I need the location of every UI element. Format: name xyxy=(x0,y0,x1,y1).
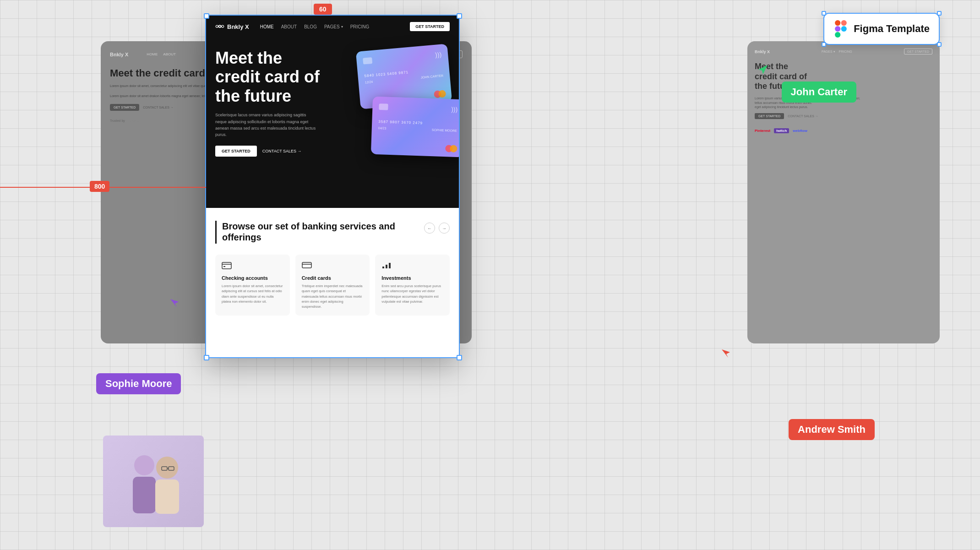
svg-rect-12 xyxy=(133,477,156,513)
service-credit-cards: Credit cards Tristique enim imperdiet ne… xyxy=(295,255,370,316)
svg-point-10 xyxy=(841,26,847,32)
service-checking-accounts: Checking accounts Lorem ipsum dolor sit … xyxy=(215,255,290,316)
svg-rect-3 xyxy=(382,267,384,268)
bg-nav-home: HOME xyxy=(147,52,158,56)
bg-btn-primary[interactable]: GET STARTED xyxy=(110,104,139,111)
main-get-started-btn[interactable]: GET STARTED xyxy=(410,22,450,31)
main-hero-content: Meet the credit card of the future Scele… xyxy=(206,38,459,157)
main-hero-get-started[interactable]: GET STARTED xyxy=(215,146,257,157)
selection-handle-br xyxy=(457,355,462,360)
send-cursor-icon xyxy=(757,63,769,78)
services-grid: Checking accounts Lorem ipsum dolor sit … xyxy=(215,255,450,316)
svg-rect-9 xyxy=(835,32,840,38)
selection-handle-tl xyxy=(204,13,209,19)
selection-handle-bl xyxy=(204,355,209,360)
main-design-card: Bnkly X HOME ABOUT BLOG PAGES ▾ PRICING … xyxy=(205,15,460,358)
main-nav: Bnkly X HOME ABOUT BLOG PAGES ▾ PRICING … xyxy=(206,16,459,38)
investments-title: Investments xyxy=(381,275,443,281)
credit-cards-title: Credit cards xyxy=(302,275,364,281)
bg-right-nav-pricing: PRICING xyxy=(839,50,852,54)
main-lower-section: Browse our set of banking services and o… xyxy=(206,208,459,358)
service-nav-arrows: ← → xyxy=(424,223,450,234)
svg-rect-8 xyxy=(835,26,840,32)
main-nav-pages[interactable]: PAGES ▾ xyxy=(324,24,343,29)
left-accent-bar xyxy=(215,221,217,244)
main-nav-about[interactable]: ABOUT xyxy=(281,24,297,29)
bg-webflow: webflow xyxy=(793,129,807,133)
bg-right-nav-pages: PAGES ▾ xyxy=(822,50,835,54)
svg-point-11 xyxy=(134,455,154,475)
checking-accounts-desc: Lorem ipsum dolor sit amet, consectetur … xyxy=(222,283,283,304)
main-nav-pricing[interactable]: PRICING xyxy=(350,24,370,29)
bg-right-contact[interactable]: CONTACT SALES → xyxy=(788,114,818,118)
main-nav-blog[interactable]: BLOG xyxy=(304,24,317,29)
bg-right-cta: GET STARTED CONTACT SALES → xyxy=(755,113,932,119)
bg-nav-items: HOME ABOUT xyxy=(147,52,176,56)
credit-cards-desc: Tristique enim imperdiet nec malesuada q… xyxy=(302,283,364,309)
bg-right-brands: Pinterest twitch webflow xyxy=(755,128,932,133)
main-logo-text: Bnkly X xyxy=(227,23,249,30)
main-hero-description: Scelerisque lacus ornare varius adipisci… xyxy=(215,112,316,138)
svg-rect-7 xyxy=(841,20,847,26)
bg-nav-about: ABOUT xyxy=(163,52,176,56)
investments-desc: Enim sed arcu purus scelerisque purus nu… xyxy=(381,283,443,304)
purple-cursor-icon xyxy=(169,297,181,312)
credit-cards-icon xyxy=(302,261,364,272)
bg-twitch: twitch xyxy=(774,128,789,133)
logo-icon xyxy=(215,23,224,30)
bg-right-nav: Bnkly X PAGES ▾ PRICING GET STARTED xyxy=(755,49,932,54)
checking-accounts-title: Checking accounts xyxy=(222,275,283,281)
bg-pinterest: Pinterest xyxy=(755,129,770,133)
svg-rect-2 xyxy=(302,262,311,268)
figma-template-box: Figma Template xyxy=(823,13,940,45)
main-lower-header: Browse our set of banking services and o… xyxy=(215,221,450,244)
people-image-inner xyxy=(103,436,204,527)
main-hero-buttons: GET STARTED CONTACT SALES → xyxy=(215,146,450,157)
red-cursor-icon xyxy=(720,348,733,362)
svg-rect-14 xyxy=(155,479,179,514)
sophie-moore-tooltip: Sophie Moore xyxy=(96,373,181,394)
bg-right-nav-items: PAGES ▾ PRICING xyxy=(822,50,852,54)
john-carter-tooltip: John Carter xyxy=(782,82,856,103)
arrow-prev[interactable]: ← xyxy=(424,223,435,234)
bg-right-get-started[interactable]: GET STARTED xyxy=(904,49,932,54)
figma-template-label: Figma Template xyxy=(854,23,930,35)
arrow-next[interactable]: → xyxy=(439,223,450,234)
svg-rect-5 xyxy=(389,263,391,268)
figma-handle-tr xyxy=(937,11,942,16)
height-measurement-label: 800 xyxy=(90,181,109,192)
svg-rect-4 xyxy=(386,265,387,268)
main-logo: Bnkly X xyxy=(215,23,249,30)
selection-handle-tr xyxy=(457,13,462,19)
main-hero-contact-sales[interactable]: CONTACT SALES → xyxy=(262,149,302,153)
service-investments: Investments Enim sed arcu purus sceleris… xyxy=(375,255,450,316)
figma-handle-br xyxy=(937,42,942,47)
figma-handle-bl xyxy=(822,42,826,47)
main-hero-title: Meet the credit card of the future xyxy=(215,49,325,105)
andrew-smith-tooltip: Andrew Smith xyxy=(789,419,875,440)
main-nav-home[interactable]: HOME xyxy=(260,24,274,29)
bg-logo: Bnkly X xyxy=(110,52,128,57)
width-measurement-label: 60 xyxy=(314,4,332,15)
svg-rect-0 xyxy=(222,262,231,269)
svg-rect-1 xyxy=(223,266,225,267)
figma-logo-icon xyxy=(833,20,848,38)
figma-handle-tl xyxy=(822,11,826,16)
bg-btn-link[interactable]: CONTACT SALES → xyxy=(143,106,174,109)
main-hero-section: Bnkly X HOME ABOUT BLOG PAGES ▾ PRICING … xyxy=(206,16,459,208)
main-lower-title: Browse our set of banking services and o… xyxy=(222,221,424,243)
bg-right-logo: Bnkly X xyxy=(755,49,770,54)
checking-accounts-icon xyxy=(222,261,283,272)
main-nav-links: HOME ABOUT BLOG PAGES ▾ PRICING xyxy=(260,24,370,29)
bg-right-btn[interactable]: GET STARTED xyxy=(755,113,784,119)
svg-rect-6 xyxy=(835,20,840,26)
investments-icon xyxy=(381,261,443,272)
people-image xyxy=(103,436,204,527)
